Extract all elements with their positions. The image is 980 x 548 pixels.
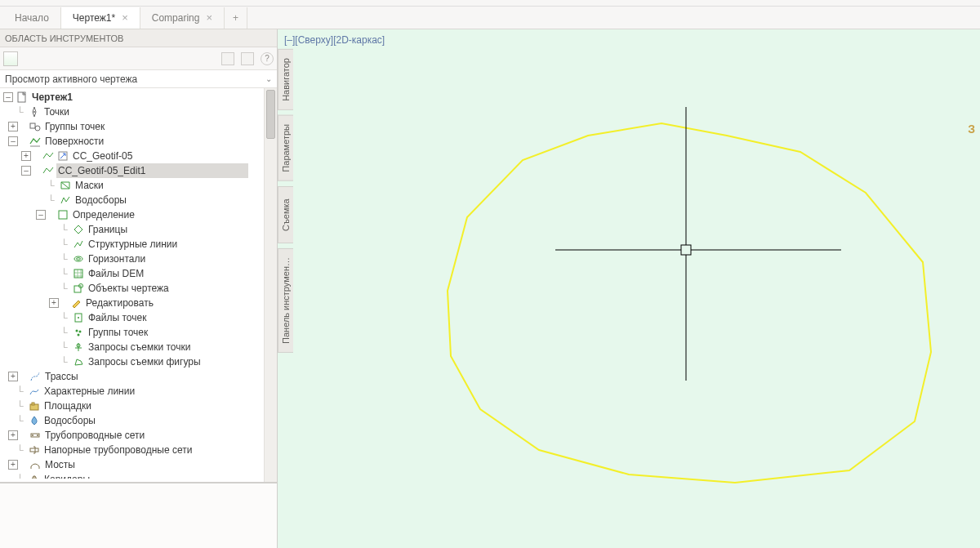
tree-point-groups2[interactable]: └ Группы точек (3, 325, 277, 340)
drawing-viewport[interactable]: [–][Сверху][2D-каркас] Навигатор Парамет… (278, 29, 980, 548)
svg-point-21 (37, 434, 38, 436)
tree-label: Чертеж1 (30, 90, 74, 105)
scrollbar-thumb[interactable] (266, 90, 275, 139)
toolbar-icon-1[interactable] (221, 52, 234, 65)
tree-contours[interactable]: └ Горизонтали (3, 252, 277, 266)
tree-survey-point-queries[interactable]: └ Запросы съемки точки (3, 340, 277, 354)
tree-root[interactable]: – Чертеж1 (3, 90, 277, 105)
help-icon[interactable]: ? (261, 52, 274, 65)
prospector-tree[interactable]: – Чертеж1 └ Точки + Группы точек (0, 88, 277, 479)
tab-drawing1[interactable]: Чертеж1* × (61, 7, 140, 29)
survey-icon (72, 341, 84, 353)
tree-label: Структурные линии (87, 237, 179, 252)
svg-point-1 (33, 111, 35, 113)
corridor-icon (28, 474, 40, 479)
expand-icon[interactable]: + (21, 151, 31, 161)
toolbar-icon-2[interactable] (241, 52, 254, 65)
collapse-icon[interactable]: – (21, 166, 31, 176)
panel-toolbar: ? (0, 47, 277, 70)
tree-label: CC_Geotif-05 (71, 149, 134, 163)
tree-points[interactable]: └ Точки (3, 105, 277, 119)
tree-surface-cc2[interactable]: – CC_Geotif-05_Edit1 (3, 163, 277, 178)
document-tabstrip: Начало Чертеж1* × Comparing × + (0, 7, 980, 29)
expand-icon[interactable]: + (8, 460, 18, 470)
tree-surface-cc1[interactable]: + CC_Geotif-05 (3, 149, 277, 163)
svg-point-15 (77, 334, 79, 336)
tree-label: Водосборы (42, 413, 97, 428)
surface-boundary-polygon[interactable] (448, 123, 931, 483)
tree-bridges[interactable]: + Мосты (3, 457, 277, 472)
tree-label: Поверхности (43, 134, 105, 149)
expand-icon[interactable]: + (49, 298, 59, 308)
expand-icon[interactable]: + (8, 122, 18, 131)
collapse-icon[interactable]: – (8, 136, 18, 146)
toolbar-overview-icon[interactable] (3, 51, 18, 66)
tree-point-groups[interactable]: + Группы точек (3, 119, 277, 134)
tab-label: Comparing (152, 12, 200, 24)
tree-label: Точки (42, 105, 71, 119)
surface-icon (42, 150, 54, 162)
tree-label: Напорные трубопроводные сети (42, 443, 194, 457)
expand-icon[interactable]: + (8, 372, 18, 381)
pipe-icon (29, 430, 41, 441)
mask-icon (59, 180, 71, 191)
catchment-icon (28, 415, 40, 426)
site-icon (28, 400, 40, 412)
tree-edit[interactable]: + Редактировать (3, 296, 277, 310)
tree-pipe-networks[interactable]: + Трубопроводные сети (3, 428, 277, 443)
tree-boundaries[interactable]: └ Границы (3, 222, 277, 237)
svg-point-6 (74, 256, 82, 261)
tree-sites[interactable]: └ Площадки (3, 399, 277, 413)
tree-label: Группы точек (87, 325, 149, 340)
tree-feature-lines[interactable]: └ Характерные линии (3, 384, 277, 399)
tab-home[interactable]: Начало (3, 7, 61, 29)
point-group-icon (29, 121, 41, 132)
tree-surfaces[interactable]: – Поверхности (3, 134, 277, 149)
tree-dem-files[interactable]: └ Файлы DEM (3, 266, 277, 281)
tree-label: Файлы точек (87, 310, 148, 325)
expand-icon[interactable]: + (8, 430, 18, 440)
edit-icon (69, 297, 82, 309)
tree-label: Редактировать (84, 296, 155, 310)
new-tab-button[interactable]: + (225, 7, 247, 29)
pointgroup-icon (72, 327, 84, 338)
svg-rect-18 (32, 403, 34, 405)
tree-alignments[interactable]: + Трассы (3, 369, 277, 384)
view-mode-dropdown[interactable]: Просмотр активного чертежа ⌄ (0, 70, 277, 88)
tree-label: Группы точек (43, 119, 106, 134)
close-icon[interactable]: × (122, 12, 128, 23)
tree-breaklines[interactable]: └ Структурные линии (3, 237, 277, 252)
collapse-icon[interactable]: – (36, 210, 46, 220)
tree-label: Горизонтали (87, 252, 147, 266)
svg-point-7 (76, 258, 80, 261)
tree-label: Площадки (42, 399, 93, 413)
definition-icon (56, 209, 69, 221)
svg-rect-26 (681, 245, 691, 255)
contour-icon (72, 253, 84, 265)
alignment-icon (29, 371, 41, 382)
tree-label: Трассы (43, 369, 80, 384)
tree-drawing-objects[interactable]: └ Объекты чертежа (3, 281, 277, 296)
tree-watersheds-inner[interactable]: └ Водосборы (3, 193, 277, 207)
tab-comparing[interactable]: Comparing × (140, 7, 225, 29)
pointfile-icon (72, 312, 84, 323)
bridge-icon (29, 459, 41, 470)
tree-survey-figure-queries[interactable]: └ Запросы съемки фигуры (3, 354, 277, 369)
featureline-icon (28, 385, 40, 397)
tree-scrollbar[interactable] (264, 88, 277, 482)
tree-definition[interactable]: – Определение (3, 207, 277, 222)
collapse-icon[interactable]: – (3, 92, 13, 102)
tree-point-files[interactable]: └ Файлы точек (3, 310, 277, 325)
panel-title: ОБЛАСТЬ ИНСТРУМЕНТОВ (0, 29, 277, 47)
svg-rect-9 (74, 286, 81, 292)
drawing-canvas[interactable] (278, 29, 980, 548)
svg-rect-5 (59, 211, 67, 219)
tree-pressure-networks[interactable]: └ Напорные трубопроводные сети (3, 443, 277, 457)
tree-label: Запросы съемки фигуры (87, 354, 203, 369)
svg-rect-2 (30, 123, 35, 128)
dem-icon (72, 268, 84, 279)
tree-masks[interactable]: └ Маски (3, 178, 277, 193)
tree-corridors[interactable]: └ Коридоры (3, 472, 277, 479)
close-icon[interactable]: × (206, 12, 212, 23)
tree-catchments[interactable]: └ Водосборы (3, 413, 277, 428)
